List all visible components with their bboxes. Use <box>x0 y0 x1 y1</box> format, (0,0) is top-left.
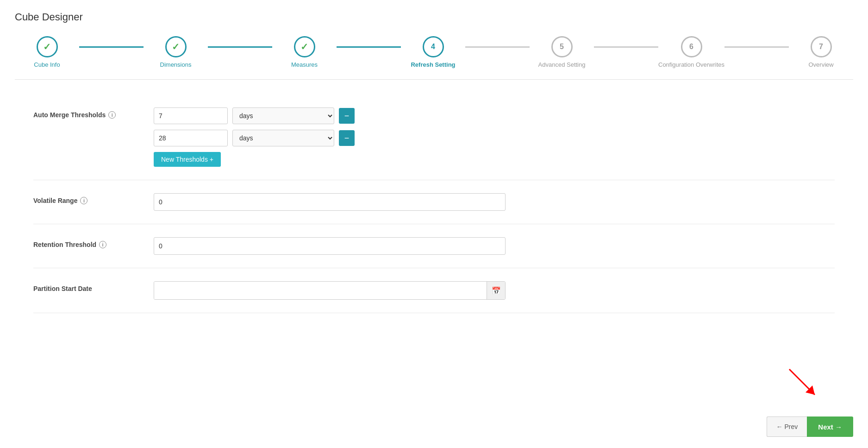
step-check-2: ✓ <box>172 41 180 52</box>
step-4[interactable]: 4 Refresh Setting <box>401 36 465 68</box>
step-circle-4: 4 <box>423 36 444 57</box>
connector-5-6 <box>594 46 658 48</box>
remove-threshold-1-button[interactable]: − <box>339 108 355 124</box>
partition-start-date-row: Partition Start Date 📅 <box>33 268 835 313</box>
volatile-range-label: Volatile Range i <box>33 193 154 204</box>
connector-4-5 <box>465 46 530 48</box>
partition-start-date-input[interactable] <box>154 282 487 299</box>
auto-merge-info-icon[interactable]: i <box>108 111 116 119</box>
page-title: Cube Designer <box>15 11 853 23</box>
partition-start-date-controls: 📅 <box>154 281 835 300</box>
threshold-value-1[interactable] <box>154 107 228 124</box>
date-input-wrapper: 📅 <box>154 281 506 300</box>
step-3[interactable]: ✓ Measures <box>272 36 337 68</box>
retention-threshold-controls <box>154 237 835 255</box>
step-label-1: Cube Info <box>34 61 60 68</box>
retention-threshold-info-icon[interactable]: i <box>99 241 106 248</box>
step-label-4: Refresh Setting <box>411 61 455 68</box>
stepper: ✓ Cube Info ✓ Dimensions ✓ Measures 4 <box>15 36 853 80</box>
step-6[interactable]: 6 Configuration Overwrites <box>658 36 724 68</box>
connector-6-7 <box>724 46 789 48</box>
bottom-nav: ← Prev Next → <box>767 416 853 437</box>
threshold-row-1: days hours months years − <box>154 107 835 124</box>
minus-icon-2: − <box>344 133 350 143</box>
minus-icon: − <box>344 111 350 121</box>
prev-button[interactable]: ← Prev <box>767 416 807 437</box>
step-5[interactable]: 5 Advanced Setting <box>530 36 594 68</box>
retention-threshold-label: Retention Threshold i <box>33 237 154 248</box>
connector-1-2 <box>79 46 144 48</box>
page-container: Cube Designer ✓ Cube Info ✓ Dimensions ✓… <box>0 0 868 448</box>
volatile-range-info-icon[interactable]: i <box>80 197 87 204</box>
auto-merge-row: Auto Merge Thresholds i days hours month… <box>33 95 835 180</box>
next-button[interactable]: Next → <box>807 416 853 437</box>
auto-merge-label: Auto Merge Thresholds i <box>33 107 154 119</box>
step-circle-7: 7 <box>811 36 832 57</box>
volatile-range-controls <box>154 193 835 211</box>
step-check-1: ✓ <box>43 41 51 52</box>
step-2[interactable]: ✓ Dimensions <box>144 36 208 68</box>
arrow-pointer <box>785 365 822 402</box>
step-number-5: 5 <box>560 43 564 51</box>
step-label-3: Measures <box>291 61 318 68</box>
step-number-6: 6 <box>689 43 693 51</box>
step-circle-2: ✓ <box>165 36 187 57</box>
step-circle-1: ✓ <box>37 36 58 57</box>
retention-threshold-row: Retention Threshold i <box>33 224 835 268</box>
calendar-icon: 📅 <box>492 286 501 295</box>
step-number-7: 7 <box>819 43 823 51</box>
threshold-value-2[interactable] <box>154 130 228 146</box>
step-label-6: Configuration Overwrites <box>658 61 724 68</box>
partition-start-date-label: Partition Start Date <box>33 281 154 292</box>
step-circle-3: ✓ <box>294 36 315 57</box>
step-circle-5: 5 <box>551 36 573 57</box>
calendar-button[interactable]: 📅 <box>487 282 505 299</box>
step-label-7: Overview <box>808 61 833 68</box>
step-label-5: Advanced Setting <box>538 61 586 68</box>
step-check-3: ✓ <box>300 41 308 52</box>
connector-3-4 <box>337 46 401 48</box>
new-threshold-button[interactable]: New Thresholds + <box>154 152 221 167</box>
volatile-range-row: Volatile Range i <box>33 180 835 224</box>
threshold-unit-2[interactable]: days hours months years <box>232 130 334 146</box>
step-label-2: Dimensions <box>160 61 192 68</box>
step-1[interactable]: ✓ Cube Info <box>15 36 79 68</box>
remove-threshold-2-button[interactable]: − <box>339 130 355 146</box>
form-section: Auto Merge Thresholds i days hours month… <box>15 95 853 313</box>
auto-merge-controls: days hours months years − days hours <box>154 107 835 167</box>
connector-2-3 <box>208 46 272 48</box>
threshold-row-2: days hours months years − <box>154 130 835 146</box>
step-7[interactable]: 7 Overview <box>789 36 853 68</box>
volatile-range-input[interactable] <box>154 193 506 211</box>
threshold-unit-1[interactable]: days hours months years <box>232 107 334 124</box>
step-circle-6: 6 <box>681 36 702 57</box>
step-number-4: 4 <box>431 43 435 51</box>
retention-threshold-input[interactable] <box>154 237 506 255</box>
